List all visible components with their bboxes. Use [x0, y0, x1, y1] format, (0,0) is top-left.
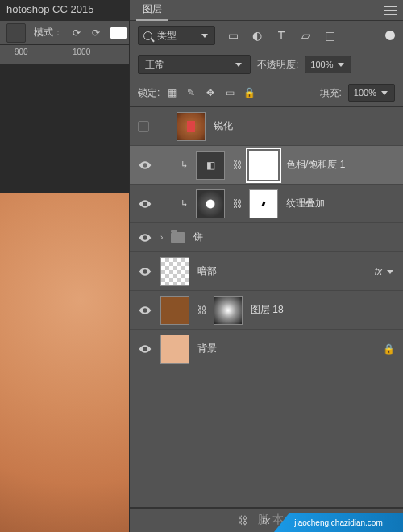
group-collapse-icon[interactable]: › — [160, 233, 163, 242]
clip-indicator-icon: ↳ — [180, 160, 188, 170]
link-icon[interactable]: ⛓ — [197, 305, 206, 316]
mask-thumbnail[interactable] — [249, 189, 278, 218]
layer-name[interactable]: 饼 — [193, 231, 203, 244]
options-icon-1[interactable]: ⟳ — [71, 27, 82, 39]
clip-indicator-icon: ↳ — [180, 198, 188, 209]
blend-row: 正常 不透明度: 100% — [130, 50, 403, 79]
blend-mode-value: 正常 — [145, 58, 164, 72]
app-title: hotoshop CC 2015 — [6, 3, 93, 15]
filter-row: 类型 ▭ ◐ T ▱ ◫ — [130, 21, 403, 50]
layer-thumbnail[interactable] — [160, 296, 189, 325]
filter-smart-icon[interactable]: ◫ — [323, 29, 336, 42]
layer-row[interactable]: 暗部 fx — [130, 252, 403, 291]
lock-paint-icon[interactable]: ✎ — [185, 87, 197, 98]
fx-label: fx — [375, 266, 382, 277]
lock-transparency-icon[interactable]: ▦ — [166, 87, 177, 98]
visibility-on-icon[interactable] — [138, 303, 152, 318]
chevron-down-icon — [385, 267, 395, 276]
chevron-down-icon — [234, 60, 243, 69]
filter-label: 类型 — [157, 29, 177, 43]
layer-row[interactable]: 锐化 — [130, 107, 403, 146]
opacity-field[interactable]: 100% — [305, 56, 351, 73]
visibility-on-icon[interactable] — [138, 264, 152, 279]
layer-group-row[interactable]: › 饼 — [130, 223, 403, 252]
filter-toggle-dot[interactable] — [385, 31, 395, 40]
layer-name[interactable]: 锐化 — [214, 119, 233, 133]
lock-label: 锁定: — [138, 86, 160, 100]
mask-thumbnail-selected[interactable] — [249, 151, 278, 180]
watermark-banner: jiaocheng.chazidian.com — [274, 513, 403, 532]
layer-thumbnail[interactable] — [160, 257, 189, 286]
layer-name[interactable]: 色相/饱和度 1 — [286, 158, 345, 172]
canvas-area[interactable] — [0, 64, 129, 532]
layer-thumbnail[interactable] — [196, 189, 225, 218]
link-icon[interactable]: ⛓ — [233, 160, 241, 171]
lock-artboard-icon[interactable]: ▭ — [224, 87, 235, 98]
layer-effects-indicator[interactable]: fx — [375, 266, 395, 277]
watermark-domain: jiaocheng.chazidian.com — [294, 518, 383, 527]
layer-list: 锐化 ↳ ◧ ⛓ 色相/饱和度 1 ↳ ⛓ 纹理叠加 › 饼 — [130, 106, 403, 508]
visibility-off-icon[interactable] — [138, 121, 149, 132]
mask-thumbnail[interactable] — [214, 296, 243, 325]
filter-shape-icon[interactable]: ▱ — [299, 29, 312, 42]
lock-position-icon[interactable]: ✥ — [205, 87, 216, 98]
filter-pixel-icon[interactable]: ▭ — [226, 29, 239, 42]
adjustment-thumbnail[interactable]: ◧ — [196, 151, 225, 180]
folder-icon — [171, 232, 185, 243]
layer-row-selected[interactable]: ↳ ◧ ⛓ 色相/饱和度 1 — [130, 146, 403, 185]
filter-text-icon[interactable]: T — [275, 29, 288, 42]
layer-name[interactable]: 暗部 — [197, 264, 217, 278]
filter-icon-group: ▭ ◐ T ▱ ◫ — [226, 29, 336, 42]
layer-name[interactable]: 纹理叠加 — [286, 197, 325, 210]
visibility-on-icon[interactable] — [138, 342, 152, 356]
opacity-label: 不透明度: — [257, 58, 298, 72]
ruler-tick-900: 900 — [15, 48, 28, 56]
visibility-on-icon[interactable] — [138, 197, 152, 211]
opacity-value: 100% — [310, 60, 333, 69]
layer-row[interactable]: ⛓ 图层 18 — [130, 291, 403, 330]
tool-preset-icon[interactable] — [6, 23, 26, 43]
ruler-tick-1000: 1000 — [73, 48, 90, 56]
panel-tab-bar: 图层 — [130, 0, 403, 21]
lock-all-icon[interactable]: 🔒 — [243, 87, 255, 98]
mode-label: 模式： — [34, 26, 63, 39]
search-icon — [143, 31, 152, 40]
layer-name[interactable]: 背景 — [197, 342, 217, 355]
blend-mode-dropdown[interactable]: 正常 — [138, 55, 251, 74]
canvas-image — [0, 193, 139, 532]
panel-menu-icon[interactable] — [384, 6, 397, 15]
filter-type-dropdown[interactable]: 类型 — [138, 26, 215, 45]
chevron-down-icon — [336, 60, 346, 69]
options-swatch[interactable] — [110, 27, 127, 39]
options-icon-2[interactable]: ⟳ — [90, 27, 102, 39]
layer-name[interactable]: 图层 18 — [251, 303, 284, 317]
tab-layers[interactable]: 图层 — [136, 0, 168, 21]
layer-thumbnail[interactable] — [160, 335, 189, 364]
visibility-on-icon[interactable] — [138, 231, 152, 245]
layer-row[interactable]: 背景 🔒 — [130, 330, 403, 368]
fill-value: 100% — [354, 88, 376, 98]
layers-panel: 图层 类型 ▭ ◐ T ▱ ◫ 正常 不透明度: 100% 锁定: — [129, 0, 403, 532]
fill-label: 填充: — [320, 86, 342, 100]
lock-buttons: ▦ ✎ ✥ ▭ 🔒 — [166, 87, 255, 98]
lock-icon: 🔒 — [383, 343, 395, 355]
layer-row[interactable]: ↳ ⛓ 纹理叠加 — [130, 185, 403, 223]
link-layers-icon[interactable]: ⛓ — [235, 514, 248, 527]
chevron-down-icon — [380, 88, 389, 98]
visibility-on-icon[interactable] — [138, 158, 152, 172]
layer-thumbnail[interactable] — [177, 112, 206, 141]
filter-adjust-icon[interactable]: ◐ — [251, 29, 264, 42]
lock-row: 锁定: ▦ ✎ ✥ ▭ 🔒 填充: 100% — [130, 79, 403, 106]
fill-field[interactable]: 100% — [348, 84, 395, 102]
chevron-down-icon — [200, 31, 210, 40]
link-icon[interactable]: ⛓ — [233, 198, 241, 210]
